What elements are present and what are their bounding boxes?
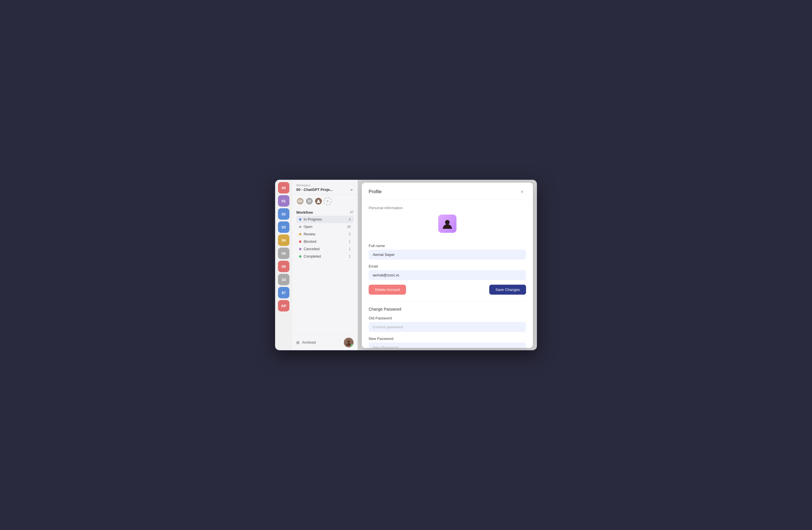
workflow-cancelled[interactable]: Cancelled 1 <box>296 245 353 253</box>
change-password-title: Change Password <box>369 307 526 311</box>
add-member-button[interactable]: + <box>323 197 332 205</box>
sidebar-icon-09[interactable]: 09 <box>278 261 289 272</box>
full-name-input[interactable] <box>369 250 526 260</box>
section-divider <box>369 301 526 302</box>
old-password-label: Old Password <box>369 316 526 320</box>
sidebar-icon-97[interactable]: 97 <box>278 287 289 298</box>
delete-account-button[interactable]: Delete Account <box>369 285 406 295</box>
modal-body: Personal Information Full <box>362 200 533 348</box>
dot-review <box>299 233 301 235</box>
dot-blocked <box>299 240 301 243</box>
dot-cancelled <box>299 248 301 250</box>
sidebar-icon-10[interactable]: 10 <box>278 274 289 285</box>
icon-sidebar: 000102030405091097AP <box>275 180 292 350</box>
sidebar-icon-05[interactable]: 05 <box>278 248 289 259</box>
full-name-group: Full name <box>369 244 526 260</box>
online-indicator <box>351 344 353 347</box>
user-icon <box>317 199 320 203</box>
profile-modal: Profile × Personal Information <box>362 183 533 348</box>
email-input[interactable] <box>369 270 526 280</box>
main-sidebar: Workspace 00 - ChatGPT Proje... RA DI + … <box>292 180 358 350</box>
old-password-input[interactable] <box>369 322 526 332</box>
new-password-group: New Password <box>369 337 526 348</box>
sidebar-icon-03[interactable]: 03 <box>278 221 289 233</box>
profile-user-icon <box>441 218 453 230</box>
dot-completed <box>299 255 301 257</box>
profile-avatar[interactable] <box>438 215 456 233</box>
email-label: Email <box>369 264 526 268</box>
svg-point-1 <box>348 340 350 343</box>
main-content: Profile × Personal Information <box>358 180 537 350</box>
avatar-di: DI <box>305 197 313 205</box>
avatar-row: RA DI + <box>292 194 358 208</box>
chevron-down-icon <box>350 188 353 192</box>
personal-info-label: Personal Information <box>369 206 526 210</box>
personal-info-buttons: Delete Account Save Changes <box>369 285 526 295</box>
sidebar-icon-01[interactable]: 01 <box>278 195 289 207</box>
avatar-ra: RA <box>296 197 304 205</box>
new-password-label: New Password <box>369 337 526 341</box>
sidebar-icon-AP[interactable]: AP <box>278 300 289 311</box>
app-container: 000102030405091097AP Workspace 00 - Chat… <box>275 179 537 351</box>
sidebar-icon-02[interactable]: 02 <box>278 208 289 220</box>
avatar-av <box>315 197 322 205</box>
workflow-section-title: Workflow 47 <box>296 210 353 215</box>
workspace-name: 00 - ChatGPT Proje... <box>296 188 353 192</box>
sidebar-header: Workspace 00 - ChatGPT Proje... <box>292 180 358 194</box>
sidebar-icon-00[interactable]: 00 <box>278 182 289 193</box>
modal-header: Profile × <box>362 183 533 200</box>
archive-icon: ⊞ <box>296 340 300 345</box>
save-changes-button[interactable]: Save Changes <box>489 285 526 295</box>
sidebar-icon-04[interactable]: 04 <box>278 235 289 246</box>
workflow-blocked[interactable]: Blocked 1 <box>296 238 353 245</box>
modal-close-button[interactable]: × <box>518 188 526 196</box>
new-password-input[interactable] <box>369 342 526 348</box>
profile-avatar-img <box>438 215 456 233</box>
archived-section[interactable]: ⊞ Archived <box>292 335 358 350</box>
workspace-label: Workspace <box>296 184 353 187</box>
dot-open <box>299 226 301 228</box>
full-name-label: Full name <box>369 244 526 248</box>
workflow-open[interactable]: Open 38 <box>296 223 353 231</box>
svg-point-2 <box>445 220 450 224</box>
workflow-section: Workflow 47 In Progress 4 Open 38 Review… <box>292 208 358 261</box>
workflow-review[interactable]: Review 2 <box>296 231 353 238</box>
workflow-in-progress[interactable]: In Progress 4 <box>296 216 353 223</box>
modal-title: Profile <box>369 189 381 194</box>
workflow-completed[interactable]: Completed 1 <box>296 253 353 260</box>
user-avatar-bottom <box>344 338 353 347</box>
old-password-group: Old Password <box>369 316 526 332</box>
email-group: Email <box>369 264 526 280</box>
dot-in-progress <box>299 218 301 221</box>
modal-overlay: Profile × Personal Information <box>358 180 537 350</box>
